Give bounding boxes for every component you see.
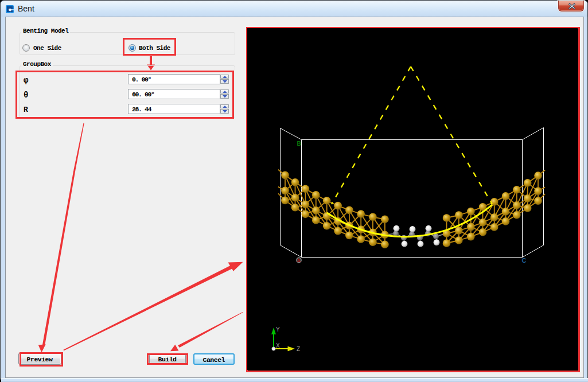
svg-text:X: X: [276, 342, 280, 349]
svg-text:Z: Z: [297, 346, 300, 352]
svg-text:Y: Y: [276, 326, 280, 333]
svg-text:B: B: [297, 141, 301, 147]
svg-text:C: C: [522, 257, 527, 264]
